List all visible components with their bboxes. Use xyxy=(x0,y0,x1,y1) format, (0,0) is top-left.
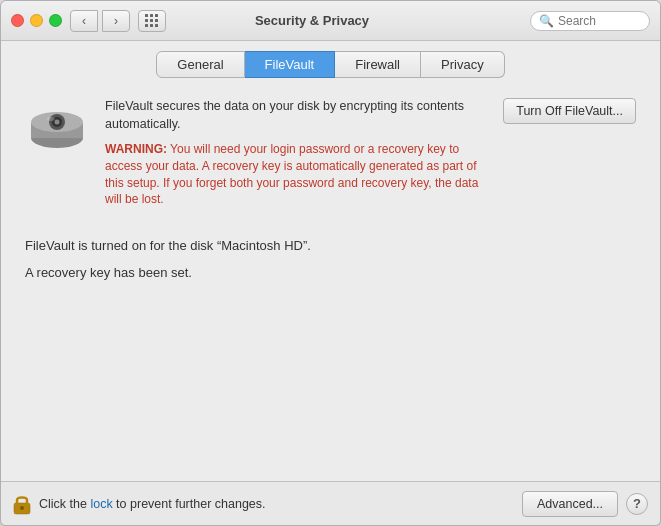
lock-icon[interactable] xyxy=(13,493,31,515)
warning-label: WARNING: xyxy=(105,142,167,156)
recovery-key-status: A recovery key has been set. xyxy=(25,265,636,280)
help-button[interactable]: ? xyxy=(626,493,648,515)
svg-point-8 xyxy=(20,506,24,510)
maximize-button[interactable] xyxy=(49,14,62,27)
window: ‹ › Security & Privacy 🔍 General FileVau… xyxy=(0,0,661,526)
svg-point-5 xyxy=(55,120,60,125)
lock-text-prefix: Click the xyxy=(39,497,90,511)
content-area: FileVault secures the data on your disk … xyxy=(1,78,660,481)
tab-general[interactable]: General xyxy=(156,51,244,78)
tab-privacy[interactable]: Privacy xyxy=(421,51,505,78)
lock-area: Click the lock to prevent further change… xyxy=(13,493,522,515)
svg-point-6 xyxy=(47,117,55,121)
bottom-right-controls: Advanced... ? xyxy=(522,491,648,517)
traffic-lights xyxy=(11,14,62,27)
minimize-button[interactable] xyxy=(30,14,43,27)
advanced-button[interactable]: Advanced... xyxy=(522,491,618,517)
titlebar: ‹ › Security & Privacy 🔍 xyxy=(1,1,660,41)
turn-off-filevault-button[interactable]: Turn Off FileVault... xyxy=(503,98,636,124)
window-title: Security & Privacy xyxy=(94,13,530,28)
search-input[interactable] xyxy=(558,14,648,28)
warning-text: WARNING: You will need your login passwo… xyxy=(105,141,487,208)
tabbar: General FileVault Firewall Privacy xyxy=(1,41,660,78)
filevault-header: FileVault secures the data on your disk … xyxy=(25,98,636,208)
filevault-description: FileVault secures the data on your disk … xyxy=(105,98,487,133)
tab-firewall[interactable]: Firewall xyxy=(335,51,421,78)
lock-link[interactable]: lock xyxy=(90,497,112,511)
search-icon: 🔍 xyxy=(539,14,554,28)
search-box[interactable]: 🔍 xyxy=(530,11,650,31)
lock-text: Click the lock to prevent further change… xyxy=(39,497,266,511)
close-button[interactable] xyxy=(11,14,24,27)
filevault-text: FileVault secures the data on your disk … xyxy=(105,98,487,208)
filevault-icon xyxy=(25,98,89,162)
filevault-status: FileVault is turned on for the disk “Mac… xyxy=(25,238,636,253)
lock-text-suffix: to prevent further changes. xyxy=(113,497,266,511)
tab-filevault[interactable]: FileVault xyxy=(245,51,336,78)
bottombar: Click the lock to prevent further change… xyxy=(1,481,660,525)
